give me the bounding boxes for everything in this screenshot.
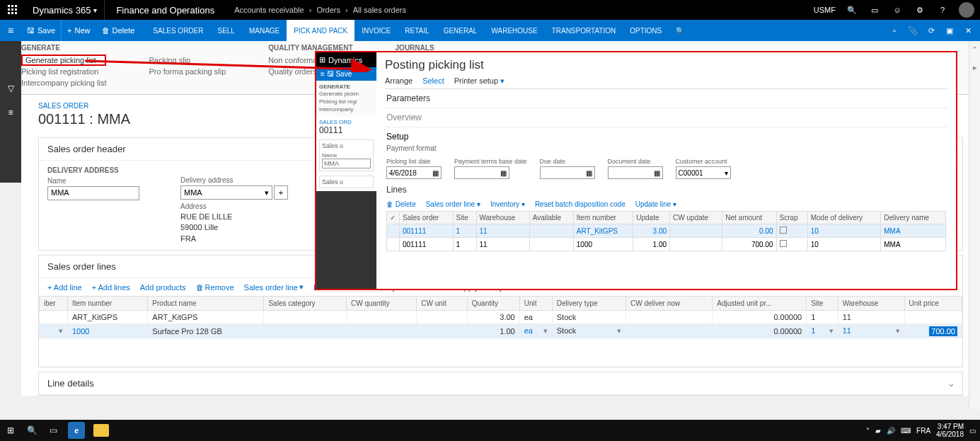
keyboard-icon[interactable]: ⌨ bbox=[901, 427, 911, 435]
tab-general[interactable]: GENERAL bbox=[437, 20, 485, 41]
add-lines-button[interactable]: + Add lines bbox=[92, 283, 130, 292]
refresh-icon[interactable]: ⟳ bbox=[925, 26, 938, 35]
tab-invoice[interactable]: INVOICE bbox=[354, 20, 398, 41]
related-info-icon[interactable]: ▸ bbox=[973, 63, 977, 72]
remove-button[interactable]: 🗑 Remove bbox=[196, 283, 234, 292]
start-icon[interactable]: ⊞ bbox=[4, 425, 17, 435]
new-button[interactable]: + New bbox=[62, 20, 96, 41]
col-quantity[interactable]: Quantity bbox=[467, 297, 519, 311]
add-line-button[interactable]: + Add line bbox=[47, 283, 82, 292]
save-button[interactable]: 🖫 Save bbox=[21, 20, 62, 41]
col-cw-deliver-now[interactable]: CW deliver now bbox=[626, 297, 713, 311]
tab-warehouse[interactable]: WAREHOUSE bbox=[484, 20, 544, 41]
language-indicator[interactable]: FRA bbox=[916, 427, 930, 435]
chevron-up-icon[interactable]: ⌃ bbox=[972, 45, 978, 55]
apps-icon[interactable] bbox=[6, 3, 20, 17]
customer-account-select[interactable]: C00001▾ bbox=[676, 166, 731, 179]
tab-pick-and-pack[interactable]: PICK AND PACK bbox=[287, 20, 354, 41]
task-view-icon[interactable]: ▭ bbox=[47, 425, 59, 435]
search-icon[interactable]: 🔍 bbox=[25, 425, 38, 435]
picking-list-date-input[interactable]: 4/6/2018▦ bbox=[386, 166, 442, 179]
document-date-input[interactable]: ▦ bbox=[608, 166, 663, 179]
overlay-inventory-menu[interactable]: Inventory ▾ bbox=[490, 200, 525, 208]
col-adjusted-price[interactable]: Adjusted unit pr... bbox=[713, 297, 807, 311]
payment-terms-date-input[interactable]: ▦ bbox=[454, 166, 509, 179]
brand-menu[interactable]: Dynamics 365▾ bbox=[25, 0, 105, 20]
tab-retail[interactable]: RETAIL bbox=[398, 20, 436, 41]
parameters-section[interactable]: Parameters bbox=[385, 89, 947, 108]
col-unit[interactable]: Unit bbox=[519, 297, 552, 311]
add-address-button[interactable]: + bbox=[274, 185, 288, 200]
col-unit-price[interactable]: Unit price bbox=[904, 297, 962, 311]
printer-setup-tab[interactable]: Printer setup ▾ bbox=[454, 76, 505, 86]
sales-order-line-menu[interactable]: Sales order line ▾ bbox=[244, 282, 304, 292]
messages-icon[interactable]: ▭ bbox=[868, 4, 881, 16]
overview-section[interactable]: Overview bbox=[385, 108, 947, 127]
col-product-name[interactable]: Product name bbox=[148, 297, 264, 311]
list-icon[interactable]: ≡ bbox=[8, 108, 13, 118]
name-input[interactable]: MMA bbox=[47, 186, 139, 200]
col-item-number[interactable]: Item number bbox=[68, 297, 148, 311]
overlay-lines-grid[interactable]: ✓ Sales order Site Warehouse Available I… bbox=[386, 211, 946, 251]
order-lines-grid[interactable]: iber Item number Product name Sales cate… bbox=[39, 296, 962, 338]
select-tab[interactable]: Select bbox=[422, 76, 444, 86]
avatar[interactable] bbox=[959, 2, 974, 18]
scrap-checkbox[interactable] bbox=[780, 240, 787, 247]
notifications-icon[interactable]: ▭ bbox=[969, 427, 976, 435]
delete-button[interactable]: 🗑 Delete bbox=[96, 20, 141, 41]
col-delivery-type[interactable]: Delivery type bbox=[552, 297, 626, 311]
chevron-down-icon[interactable]: ▾ bbox=[59, 326, 63, 336]
close-icon[interactable]: ✕ bbox=[962, 26, 974, 35]
search-icon[interactable]: 🔍 bbox=[846, 4, 858, 16]
col-cw-unit[interactable]: CW unit bbox=[417, 297, 467, 311]
hamburger-icon[interactable]: ≡ bbox=[0, 25, 21, 36]
intercompany-picking-list-link[interactable]: Intercompany picking list bbox=[21, 77, 106, 88]
svg-rect-0 bbox=[8, 5, 10, 7]
popout-icon[interactable]: ▣ bbox=[943, 26, 956, 35]
company-label[interactable]: USMF bbox=[814, 6, 836, 14]
overlay-sales-order-line-menu[interactable]: Sales order line ▾ bbox=[426, 200, 480, 208]
table-row[interactable]: 001111 1 11 ART_KitGPS 3.00 0.00 10 MMA bbox=[387, 224, 946, 238]
delivery-address-select[interactable]: MMA▾ bbox=[180, 185, 272, 200]
generate-picking-list-link[interactable]: Generate picking list bbox=[21, 55, 106, 66]
add-products-button[interactable]: Add products bbox=[140, 283, 186, 292]
col-site[interactable]: Site bbox=[807, 297, 838, 311]
proforma-packing-slip-link[interactable]: Pro forma packing slip bbox=[149, 66, 226, 77]
packing-slip-link[interactable]: Packing slip bbox=[149, 55, 226, 66]
arrange-tab[interactable]: Arrange bbox=[385, 76, 413, 86]
breadcrumb[interactable]: Accounts receivable › Orders › All sales… bbox=[226, 6, 409, 14]
tab-options[interactable]: OPTIONS bbox=[623, 20, 669, 41]
volume-icon[interactable]: 🔊 bbox=[887, 427, 895, 435]
tab-transportation[interactable]: TRANSPORTATION bbox=[545, 20, 623, 41]
col-cw-quantity[interactable]: CW quantity bbox=[346, 297, 416, 311]
network-icon[interactable]: ▰ bbox=[875, 427, 881, 435]
office-icon[interactable]: ▫ bbox=[888, 26, 901, 35]
col-iber[interactable]: iber bbox=[40, 297, 68, 311]
tray-chevron-icon[interactable]: ˄ bbox=[866, 427, 870, 435]
search-tab-icon[interactable]: 🔍 bbox=[669, 20, 691, 41]
table-row[interactable]: ▾ 1000 Surface Pro 128 GB 1.00 ea▾ Stock… bbox=[40, 324, 962, 338]
attach-icon[interactable]: 📎 bbox=[906, 26, 919, 35]
table-row[interactable]: ART_KitGPS ART_KitGPS 3.00 ea Stock 0.00… bbox=[40, 311, 962, 324]
ie-icon[interactable]: e bbox=[68, 422, 85, 439]
tab-sell[interactable]: SELL bbox=[210, 20, 241, 41]
overlay-update-line-menu[interactable]: Update line ▾ bbox=[635, 200, 676, 208]
tab-manage[interactable]: MANAGE bbox=[242, 20, 287, 41]
smile-icon[interactable]: ☺ bbox=[891, 4, 904, 16]
col-sales-category[interactable]: Sales category bbox=[264, 297, 347, 311]
due-date-input[interactable]: ▦ bbox=[540, 166, 595, 179]
explorer-icon[interactable] bbox=[93, 424, 109, 437]
chevron-down-icon[interactable]: ⌄ bbox=[947, 378, 955, 389]
overlay-delete-button[interactable]: 🗑 Delete bbox=[386, 200, 416, 208]
help-icon[interactable]: ? bbox=[936, 4, 949, 16]
tab-sales-order[interactable]: SALES ORDER bbox=[146, 20, 210, 41]
clock[interactable]: 3:47 PM 4/6/2018 bbox=[936, 423, 964, 438]
filter-icon[interactable]: ▽ bbox=[8, 84, 14, 93]
gear-icon[interactable]: ⚙ bbox=[913, 4, 926, 16]
picking-list-registration-link[interactable]: Picking list registration bbox=[21, 66, 106, 77]
overlay-reset-batch-button[interactable]: Reset batch disposition code bbox=[535, 200, 626, 208]
col-warehouse[interactable]: Warehouse bbox=[838, 297, 904, 311]
table-row[interactable]: 001111 1 11 1000 1.00 700.00 10 MMA bbox=[387, 238, 946, 251]
document-date-label: Document date bbox=[608, 158, 663, 165]
scrap-checkbox[interactable] bbox=[780, 227, 787, 234]
